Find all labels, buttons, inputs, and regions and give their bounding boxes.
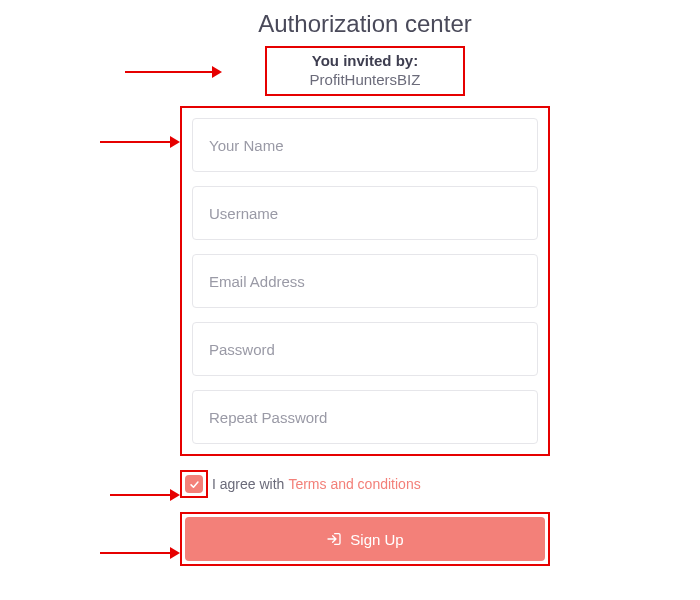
invited-by-label: You invited by: bbox=[291, 52, 439, 69]
signup-button[interactable]: Sign Up bbox=[185, 517, 545, 561]
signup-button-label: Sign Up bbox=[350, 531, 403, 548]
terms-link[interactable]: Terms and conditions bbox=[288, 476, 420, 492]
agree-row: I agree with Terms and conditions bbox=[180, 470, 550, 498]
check-icon bbox=[189, 479, 200, 490]
name-field[interactable]: Your Name bbox=[192, 118, 538, 172]
agree-text: I agree with bbox=[212, 476, 284, 492]
annotation-box: Sign Up bbox=[180, 512, 550, 566]
username-field[interactable]: Username bbox=[192, 186, 538, 240]
annotation-box bbox=[180, 470, 208, 498]
invited-by-box: You invited by: ProfitHuntersBIZ bbox=[265, 46, 465, 96]
email-field[interactable]: Email Address bbox=[192, 254, 538, 308]
repeat-password-field[interactable]: Repeat Password bbox=[192, 390, 538, 444]
invited-by-name: ProfitHuntersBIZ bbox=[291, 71, 439, 88]
page-title: Authorization center bbox=[180, 10, 550, 38]
annotation-arrow bbox=[110, 494, 178, 496]
annotation-arrow bbox=[100, 552, 178, 554]
signup-form: Authorization center You invited by: Pro… bbox=[180, 10, 550, 566]
annotation-arrow bbox=[100, 141, 178, 143]
fields-group: Your Name Username Email Address Passwor… bbox=[180, 106, 550, 456]
agree-checkbox[interactable] bbox=[185, 475, 203, 493]
password-field[interactable]: Password bbox=[192, 322, 538, 376]
login-icon bbox=[326, 531, 342, 547]
